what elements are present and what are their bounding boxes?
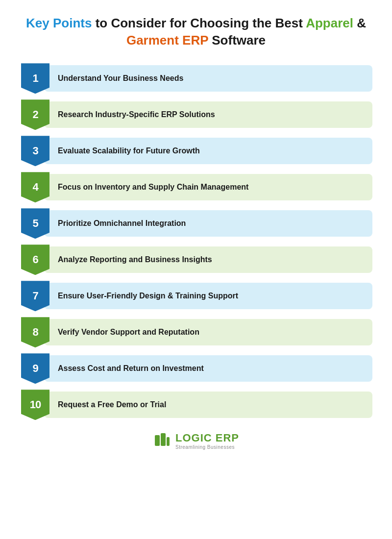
item-box-5: Prioritize Omnichannel Integration [44,210,372,237]
logo-main-text: LOGIC ERP [175,432,239,444]
badge-number-1: 1 [21,63,49,94]
title-ampersand: & [353,16,366,30]
title-part2: to Consider for Choosing the Best [92,16,306,30]
list-item: 6 Analyze Reporting and Business Insight… [20,244,372,275]
item-text-10: Request a Free Demo or Trial [58,400,166,409]
list-item: 10 Request a Free Demo or Trial [20,389,372,420]
logo-sub-text: Streamlining Businesses [175,444,239,450]
badge-number-4: 4 [21,172,49,202]
item-box-7: Ensure User-Friendly Design & Training S… [44,283,372,309]
item-text-5: Prioritize Omnichannel Integration [58,219,186,228]
svg-rect-1 [161,433,166,446]
item-text-3: Evaluate Scalability for Future Growth [58,147,200,155]
svg-rect-2 [167,437,170,446]
item-box-1: Understand Your Business Needs [44,65,372,92]
title-garment-erp: Garment ERP [126,33,208,48]
badge-wrap-1: 1 [20,63,51,94]
badge-number-2: 2 [21,99,49,130]
list-item: 7 Ensure User-Friendly Design & Training… [20,280,372,312]
footer: LOGIC ERP Streamlining Businesses [153,431,239,450]
badge-wrap-4: 4 [20,172,51,203]
badge-wrap-5: 5 [20,208,51,239]
logo-icon [153,431,172,450]
logo: LOGIC ERP Streamlining Businesses [153,431,239,450]
item-box-6: Analyze Reporting and Business Insights [44,246,372,273]
badge-wrap-2: 2 [20,99,51,130]
item-text-2: Research Industry-Specific ERP Solutions [58,110,215,119]
badge-number-7: 7 [21,281,49,311]
item-box-9: Assess Cost and Return on Investment [44,355,372,382]
title-software: Software [208,33,266,48]
title-apparel: Apparel [306,16,353,30]
badge-wrap-7: 7 [20,280,51,312]
item-text-9: Assess Cost and Return on Investment [58,364,204,373]
badge-number-3: 3 [21,136,49,166]
list-item: 3 Evaluate Scalability for Future Growth [20,135,372,167]
item-box-10: Request a Free Demo or Trial [44,392,372,418]
badge-wrap-6: 6 [20,244,51,275]
logo-text: LOGIC ERP Streamlining Businesses [175,432,239,450]
badge-wrap-9: 9 [20,353,51,384]
item-text-4: Focus on Inventory and Supply Chain Mana… [58,183,248,192]
list-item: 9 Assess Cost and Return on Investment [20,353,372,384]
badge-number-10: 10 [21,390,49,420]
badge-wrap-10: 10 [20,389,51,420]
item-text-7: Ensure User-Friendly Design & Training S… [58,292,238,300]
badge-number-6: 6 [21,245,49,275]
badge-number-5: 5 [21,208,49,239]
svg-rect-0 [155,435,160,446]
page-title: Key Points to Consider for Choosing the … [20,15,372,49]
list-item: 4 Focus on Inventory and Supply Chain Ma… [20,172,372,203]
badge-wrap-8: 8 [20,317,51,348]
title-key-points: Key Points [26,16,92,30]
items-list: 1 Understand Your Business Needs 2 Resea… [20,63,372,420]
item-box-2: Research Industry-Specific ERP Solutions [44,101,372,128]
item-text-8: Verify Vendor Support and Reputation [58,328,199,337]
item-text-1: Understand Your Business Needs [58,74,183,83]
list-item: 2 Research Industry-Specific ERP Solutio… [20,99,372,130]
item-box-3: Evaluate Scalability for Future Growth [44,138,372,164]
badge-wrap-3: 3 [20,135,51,167]
list-item: 8 Verify Vendor Support and Reputation [20,317,372,348]
badge-number-9: 9 [21,353,49,384]
list-item: 5 Prioritize Omnichannel Integration [20,208,372,239]
item-text-6: Analyze Reporting and Business Insights [58,255,212,264]
item-box-8: Verify Vendor Support and Reputation [44,319,372,345]
list-item: 1 Understand Your Business Needs [20,63,372,94]
badge-number-8: 8 [21,317,49,347]
item-box-4: Focus on Inventory and Supply Chain Mana… [44,174,372,200]
